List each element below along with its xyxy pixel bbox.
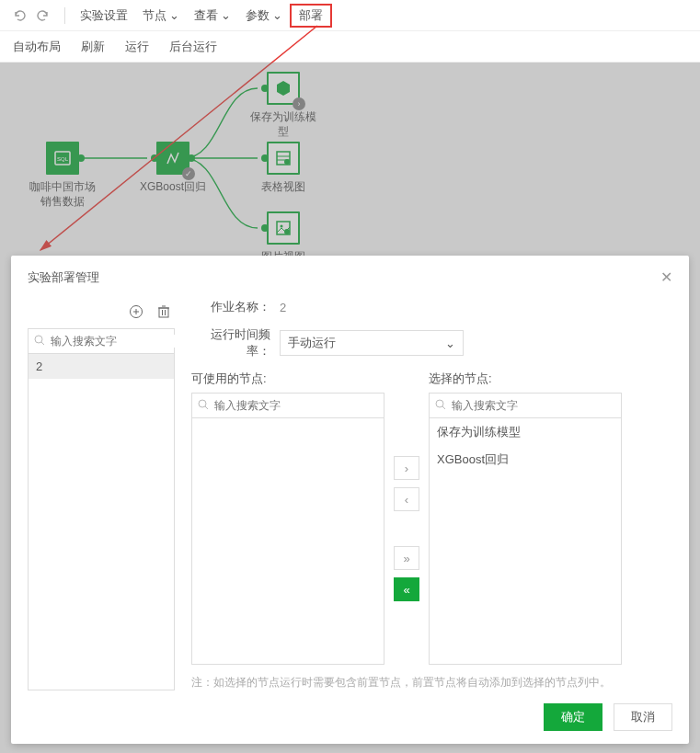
add-icon[interactable] [127,302,145,321]
close-icon[interactable]: ✕ [660,268,672,286]
menu-deploy[interactable]: 部署 [290,4,332,28]
move-left-button[interactable]: ‹ [394,487,419,511]
menu-nodes-label: 节点 [143,7,166,24]
cancel-button[interactable]: 取消 [614,703,672,731]
top-menu-bar: 实验设置 节点⌄ 查看⌄ 参数⌄ 部署 [0,0,700,31]
move-right-button[interactable]: › [394,456,419,480]
menu-view[interactable]: 查看⌄ [187,4,238,28]
chevron-down-icon: ⌄ [272,8,282,22]
menu-experiment-settings[interactable]: 实验设置 [73,4,135,28]
selected-search[interactable] [429,393,622,418]
selected-nodes-list[interactable]: 保存为训练模型 XGBoost回归 [429,418,622,665]
run-frequency-select[interactable]: 手动运行 ⌄ [280,330,464,356]
chevron-down-icon: ⌄ [169,8,179,22]
ok-button[interactable]: 确定 [544,703,602,731]
move-all-right-button[interactable]: » [394,546,419,570]
list-item[interactable]: 2 [29,354,174,379]
deploy-dialog: 实验部署管理 ✕ 2 作业 [11,256,689,744]
redo-icon[interactable] [33,6,53,26]
search-icon [435,399,446,413]
menu-params-label: 参数 [246,7,270,24]
undo-icon[interactable] [9,6,29,26]
svg-line-19 [41,342,44,345]
available-nodes-list[interactable] [191,418,384,665]
job-search-input[interactable] [51,335,189,348]
chevron-down-icon: ⌄ [445,337,455,350]
svg-point-18 [35,336,42,343]
btn-run[interactable]: 运行 [125,39,149,55]
move-all-left-button[interactable]: « [394,577,419,601]
svg-rect-13 [159,308,168,317]
divider [64,7,65,24]
job-name-value: 2 [280,301,286,314]
dialog-note: 注：如选择的节点运行时需要包含前置节点，前置节点将自动添加到选择的节点列中。 [191,674,672,690]
svg-line-23 [442,406,445,409]
btn-refresh[interactable]: 刷新 [81,39,105,55]
job-name-label: 作业名称： [191,299,280,315]
svg-line-21 [205,406,208,409]
available-nodes-label: 可使用的节点: [191,371,384,387]
svg-point-20 [199,400,206,407]
job-search[interactable] [28,328,175,354]
selected-nodes-label: 选择的节点: [429,371,622,387]
search-icon [34,335,45,348]
menu-view-label: 查看 [194,7,218,24]
sub-toolbar: 自动布局 刷新 运行 后台运行 [0,31,700,63]
search-icon [198,399,209,413]
menu-params[interactable]: 参数⌄ [238,4,290,28]
run-frequency-label: 运行时间频率： [191,326,280,359]
chevron-down-icon: ⌄ [221,8,231,22]
dialog-title: 实验部署管理 [28,269,99,286]
delete-icon[interactable] [155,302,173,321]
list-item[interactable]: 保存为训练模型 [430,418,621,446]
btn-run-background[interactable]: 后台运行 [169,39,217,55]
select-value: 手动运行 [288,335,336,351]
job-list: 2 [28,354,175,690]
available-search-input[interactable] [214,399,378,412]
list-item[interactable]: XGBoost回归 [430,446,621,473]
btn-auto-layout[interactable]: 自动布局 [13,39,61,55]
menu-nodes[interactable]: 节点⌄ [135,4,187,28]
selected-search-input[interactable] [452,399,615,412]
svg-point-22 [436,400,443,407]
available-search[interactable] [191,393,384,418]
